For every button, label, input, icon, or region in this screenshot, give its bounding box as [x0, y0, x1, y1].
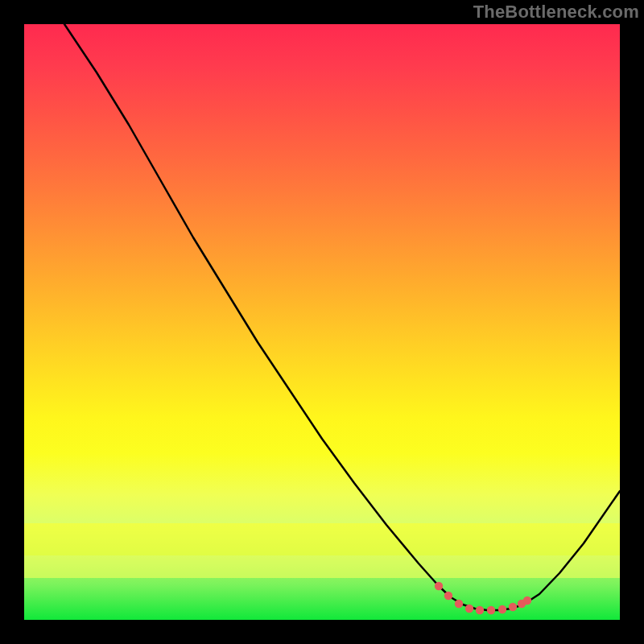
- plot-area: [24, 24, 620, 620]
- dot-point: [509, 603, 517, 611]
- dots-group: [435, 582, 531, 614]
- chart-container: TheBottleneck.com: [0, 0, 644, 644]
- dot-point: [523, 597, 531, 605]
- dot-point: [455, 600, 463, 608]
- dot-point: [476, 606, 484, 614]
- dot-point: [435, 582, 443, 590]
- watermark-text: TheBottleneck.com: [473, 2, 639, 23]
- dot-point: [498, 605, 506, 613]
- dot-point: [444, 592, 452, 600]
- dots-svg: [24, 24, 620, 620]
- dot-point: [465, 605, 473, 613]
- dot-point: [487, 606, 495, 614]
